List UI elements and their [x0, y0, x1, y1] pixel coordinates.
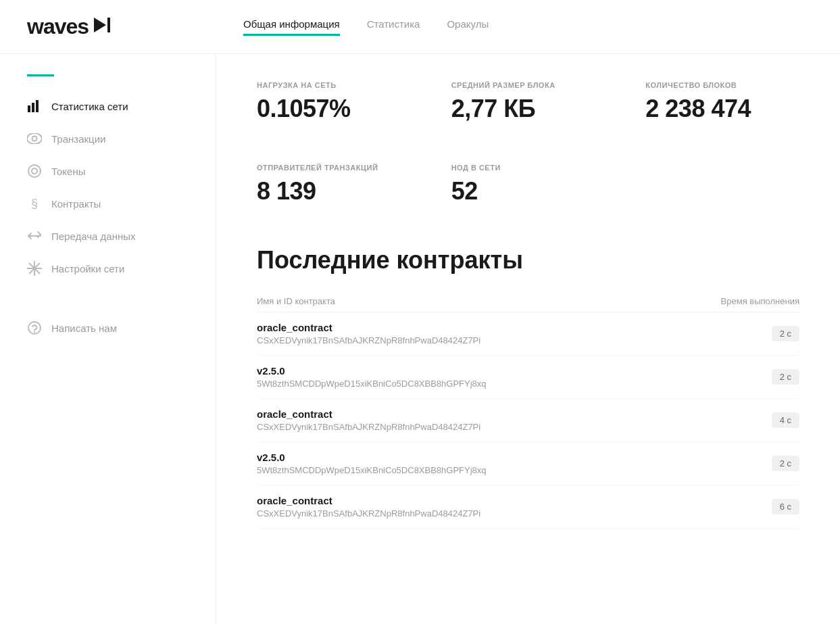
sidebar: Статистика сети Транзакции Токены §: [0, 54, 216, 624]
stat-block-count-label: КОЛИЧЕСТВО БЛОКОВ: [645, 81, 799, 89]
stat-block-count: КОЛИЧЕСТВО БЛОКОВ 2 238 474: [645, 81, 799, 123]
sidebar-item-network-settings[interactable]: Настройки сети: [0, 252, 216, 285]
sidebar-item-contracts[interactable]: § Контракты: [0, 187, 216, 220]
data-transfer-icon: [27, 229, 42, 243]
stat-avg-block-size-value: 2,77 КБ: [451, 95, 606, 123]
svg-rect-2: [28, 105, 30, 112]
logo-text: waves: [27, 14, 89, 39]
contact-icon: [27, 320, 42, 335]
stat-tx-senders-label: ОТПРАВИТЕЛЕЙ ТРАНЗАКЦИЙ: [257, 164, 411, 172]
stat-network-load-value: 0.1057%: [257, 95, 411, 123]
sidebar-label-data-transfer: Передача данных: [51, 231, 136, 242]
stat-network-load: НАГРУЗКА НА СЕТЬ 0.1057%: [257, 81, 411, 123]
tab-oracles[interactable]: Оракулы: [447, 18, 489, 36]
contract-id: CSxXEDVynik17BnSAfbAJKRZNpR8fnhPwaD48424…: [257, 508, 480, 519]
contract-name: v2.5.0: [257, 365, 487, 377]
svg-point-14: [34, 331, 35, 333]
contract-time: 6 с: [772, 499, 799, 514]
sidebar-label-tokens: Токены: [51, 166, 85, 177]
contract-info: v2.5.0 5Wt8zthSMCDDpWpeD15xiKBniCo5DC8XB…: [257, 452, 487, 475]
svg-rect-1: [107, 18, 110, 32]
stat-network-load-label: НАГРУЗКА НА СЕТЬ: [257, 81, 411, 89]
contract-info: v2.5.0 5Wt8zthSMCDDpWpeD15xiKBniCo5DC8XB…: [257, 365, 487, 389]
eye-icon: [27, 131, 42, 146]
contract-row[interactable]: v2.5.0 5Wt8zthSMCDDpWpeD15xiKBniCo5DC8XB…: [257, 442, 799, 485]
contract-id: CSxXEDVynik17BnSAfbAJKRZNpR8fnhPwaD48424…: [257, 335, 480, 345]
bar-chart-icon: [27, 99, 42, 114]
stat-empty: [645, 164, 799, 206]
contract-name: oracle_contract: [257, 408, 480, 420]
logo-area: waves: [27, 14, 243, 39]
sidebar-item-contact[interactable]: Написать нам: [0, 312, 216, 344]
contract-name: oracle_contract: [257, 322, 480, 333]
contract-info: oracle_contract CSxXEDVynik17BnSAfbAJKRZ…: [257, 322, 480, 345]
svg-marker-0: [94, 18, 106, 32]
stats-row-2: ОТПРАВИТЕЛЕЙ ТРАНЗАКЦИЙ 8 139 НОД В СЕТИ…: [257, 164, 799, 206]
contract-time: 2 с: [772, 369, 799, 385]
svg-point-5: [27, 133, 42, 144]
main-nav: Общая информация Статистика Оракулы: [243, 18, 489, 36]
tab-statistics[interactable]: Статистика: [367, 18, 420, 36]
sidebar-item-data-transfer[interactable]: Передача данных: [0, 220, 216, 252]
contract-time: 2 с: [772, 326, 799, 341]
svg-point-7: [28, 165, 41, 177]
sidebar-divider: [0, 285, 216, 312]
tab-general-info[interactable]: Общая информация: [243, 18, 340, 36]
svg-point-6: [32, 137, 37, 141]
sidebar-label-network-settings: Настройки сети: [51, 263, 124, 274]
contract-id: 5Wt8zthSMCDDpWpeD15xiKBniCo5DC8XBB8hGPFY…: [257, 465, 487, 475]
stat-nodes: НОД В СЕТИ 52: [451, 164, 606, 206]
contracts-section-title: Последние контракты: [257, 246, 799, 274]
sidebar-label-contracts: Контракты: [51, 198, 101, 210]
main-layout: Статистика сети Транзакции Токены §: [0, 54, 840, 624]
col-name-label: Имя и ID контракта: [257, 296, 335, 306]
sidebar-item-network-stats[interactable]: Статистика сети: [0, 90, 216, 122]
stats-row-1: НАГРУЗКА НА СЕТЬ 0.1057% СРЕДНИЙ РАЗМЕР …: [257, 81, 799, 123]
contract-name: oracle_contract: [257, 495, 480, 506]
stat-nodes-label: НОД В СЕТИ: [451, 164, 606, 172]
contract-name: v2.5.0: [257, 452, 487, 463]
stat-nodes-value: 52: [451, 177, 606, 206]
stat-avg-block-size-label: СРЕДНИЙ РАЗМЕР БЛОКА: [451, 81, 606, 89]
logo-icon: [94, 18, 110, 37]
svg-rect-4: [36, 100, 39, 112]
contract-info: oracle_contract CSxXEDVynik17BnSAfbAJKRZ…: [257, 408, 480, 432]
sidebar-item-transactions[interactable]: Транзакции: [0, 122, 216, 155]
contract-row[interactable]: oracle_contract CSxXEDVynik17BnSAfbAJKRZ…: [257, 485, 799, 529]
section-icon: §: [27, 196, 42, 211]
sidebar-label-network-stats: Статистика сети: [51, 101, 128, 112]
main-content: НАГРУЗКА НА СЕТЬ 0.1057% СРЕДНИЙ РАЗМЕР …: [216, 54, 840, 624]
sidebar-label-contact: Написать нам: [51, 322, 117, 334]
settings-icon: [27, 261, 42, 276]
stat-tx-senders: ОТПРАВИТЕЛЕЙ ТРАНЗАКЦИЙ 8 139: [257, 164, 411, 206]
contract-id: CSxXEDVynik17BnSAfbAJKRZNpR8fnhPwaD48424…: [257, 422, 480, 432]
header: waves Общая информация Статистика Оракул…: [0, 0, 840, 54]
stat-tx-senders-value: 8 139: [257, 177, 411, 206]
token-icon: [27, 164, 42, 178]
svg-rect-3: [32, 103, 34, 112]
sidebar-label-transactions: Транзакции: [51, 133, 105, 145]
sidebar-active-bar: [27, 74, 54, 76]
col-time-label: Время выполнения: [721, 296, 799, 306]
contract-row[interactable]: oracle_contract CSxXEDVynik17BnSAfbAJKRZ…: [257, 312, 799, 356]
contracts-section: Последние контракты Имя и ID контракта В…: [257, 246, 799, 529]
contract-id: 5Wt8zthSMCDDpWpeD15xiKBniCo5DC8XBB8hGPFY…: [257, 379, 487, 389]
sidebar-item-tokens[interactable]: Токены: [0, 155, 216, 187]
contract-time: 2 с: [772, 456, 799, 471]
stat-avg-block-size: СРЕДНИЙ РАЗМЕР БЛОКА 2,77 КБ: [451, 81, 606, 123]
contracts-list: oracle_contract CSxXEDVynik17BnSAfbAJKRZ…: [257, 312, 799, 529]
contracts-table-header: Имя и ID контракта Время выполнения: [257, 291, 799, 312]
contract-row[interactable]: v2.5.0 5Wt8zthSMCDDpWpeD15xiKBniCo5DC8XB…: [257, 356, 799, 399]
contract-time: 4 с: [772, 412, 799, 428]
contract-info: oracle_contract CSxXEDVynik17BnSAfbAJKRZ…: [257, 495, 480, 519]
contract-row[interactable]: oracle_contract CSxXEDVynik17BnSAfbAJKRZ…: [257, 399, 799, 442]
svg-point-8: [32, 168, 37, 174]
stat-block-count-value: 2 238 474: [645, 95, 799, 123]
